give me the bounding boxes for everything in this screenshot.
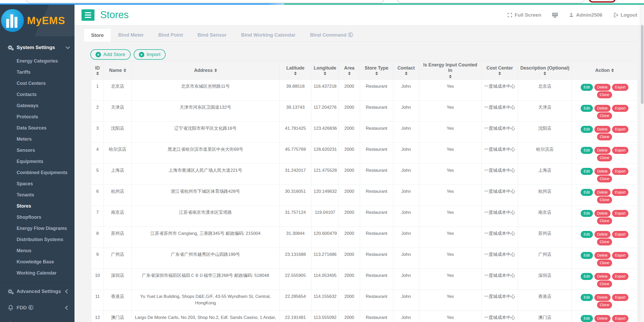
delete-button[interactable]: Delete (594, 273, 611, 280)
edit-button[interactable]: Edit (581, 294, 593, 301)
sort-icon[interactable] (294, 72, 297, 75)
column-header-id[interactable]: ID (91, 61, 104, 80)
export-button[interactable]: Export (612, 168, 628, 175)
column-header-cost-center[interactable]: Cost Center (482, 61, 518, 80)
edit-button[interactable]: Edit (581, 147, 593, 154)
clone-button[interactable]: Clone (597, 112, 612, 119)
sidebar-item-data-sources[interactable]: Data Sources (0, 122, 74, 134)
sidebar-item-tenants[interactable]: Tenants (0, 189, 74, 201)
edit-button[interactable]: Edit (581, 168, 593, 175)
tab-bind-command[interactable]: Bind CommandⒺ (303, 28, 360, 41)
delete-button[interactable]: Delete (594, 252, 611, 259)
tab-store[interactable]: Store (84, 28, 111, 42)
delete-button[interactable]: Delete (594, 126, 611, 133)
sort-icon[interactable] (124, 68, 126, 72)
column-header-latitude[interactable]: Latitude (280, 61, 311, 80)
sort-icon[interactable] (96, 72, 99, 75)
clone-button[interactable]: Clone (597, 91, 612, 98)
sidebar-toggle-button[interactable] (82, 9, 94, 21)
sidebar-item-advanced-settings[interactable]: Advanced Settings (0, 283, 74, 299)
export-button[interactable]: Export (612, 252, 628, 259)
sidebar-item-menus[interactable]: Menus (0, 245, 74, 256)
sidebar-item-contacts[interactable]: Contacts (0, 89, 74, 100)
clone-button[interactable]: Clone (597, 154, 612, 161)
tab-bind-working-calendar[interactable]: Bind Working Calendar (234, 28, 303, 41)
column-header-longitude[interactable]: Longitude (311, 61, 339, 80)
export-button[interactable]: Export (612, 273, 628, 280)
sidebar-item-cost-centers[interactable]: Cost Centers (0, 78, 74, 89)
sidebar-item-equipments[interactable]: Equipments (0, 156, 74, 167)
export-button[interactable]: Export (612, 315, 628, 322)
brand[interactable]: MyEMS (0, 5, 74, 36)
sort-icon[interactable] (375, 72, 378, 75)
edit-button[interactable]: Edit (581, 84, 593, 91)
edit-button[interactable]: Edit (581, 189, 593, 196)
column-header-name[interactable]: Name (104, 61, 132, 80)
edit-button[interactable]: Edit (581, 105, 593, 112)
sort-icon[interactable] (498, 72, 501, 75)
export-button[interactable]: Export (612, 189, 628, 196)
export-button[interactable]: Export (612, 294, 628, 301)
sidebar-item-protocols[interactable]: Protocols (0, 111, 74, 122)
edit-button[interactable]: Edit (581, 231, 593, 238)
export-button[interactable]: Export (612, 105, 628, 112)
delete-button[interactable]: Delete (594, 168, 611, 175)
sort-icon[interactable] (324, 72, 326, 75)
delete-button[interactable]: Delete (594, 105, 611, 112)
scrollbar-thumb[interactable] (641, 25, 643, 104)
delete-button[interactable]: Delete (594, 294, 611, 301)
sidebar-item-energy-flow-diagrams[interactable]: Energy Flow Diagrams (0, 223, 74, 234)
export-button[interactable]: Export (612, 126, 628, 133)
clone-button[interactable]: Clone (597, 238, 612, 245)
sort-icon[interactable] (449, 75, 452, 78)
sidebar-item-sensors[interactable]: Sensors (0, 145, 74, 156)
sort-icon[interactable] (611, 68, 614, 72)
sort-icon[interactable] (405, 72, 408, 75)
user-menu[interactable]: Admin2506 (569, 12, 602, 18)
delete-button[interactable]: Delete (594, 84, 611, 91)
clone-button[interactable]: Clone (597, 259, 612, 266)
export-button[interactable]: Export (612, 210, 628, 217)
sidebar-item-fdd[interactable]: FDDⒺ (0, 299, 74, 316)
sidebar-item-spaces[interactable]: Spaces (0, 178, 74, 189)
clone-button[interactable]: Clone (597, 196, 612, 203)
delete-button[interactable]: Delete (594, 210, 611, 217)
sort-icon[interactable] (544, 72, 546, 75)
export-button[interactable]: Export (612, 147, 628, 154)
sidebar-item-energy-categories[interactable]: Energy Categories (0, 56, 74, 67)
column-header-area[interactable]: Area (339, 61, 360, 80)
clone-button[interactable]: Clone (597, 302, 612, 309)
sidebar-item-users-privileges[interactable]: Users & Privileges (0, 316, 74, 322)
delete-button[interactable]: Delete (594, 315, 611, 322)
edit-button[interactable]: Edit (581, 126, 593, 133)
sidebar-item-combined-equipments[interactable]: Combined Equipments (0, 167, 74, 178)
edit-button[interactable]: Edit (581, 210, 593, 217)
export-button[interactable]: Export (612, 84, 628, 91)
column-header-description-optional[interactable]: Description (Optional) (518, 61, 572, 80)
export-button[interactable]: Export (612, 231, 628, 238)
tab-bind-point[interactable]: Bind Point (151, 28, 190, 41)
delete-button[interactable]: Delete (594, 189, 611, 196)
sidebar-item-knowledge-base[interactable]: Knowledge Base (0, 256, 74, 268)
sidebar-item-shopfloors[interactable]: Shopfloors (0, 212, 74, 223)
clone-button[interactable]: Clone (597, 280, 612, 287)
sidebar-item-system-settings[interactable]: System Settings (0, 41, 74, 54)
column-header-is-energy-input-counted-in[interactable]: Is Energy Input Counted In (419, 61, 482, 80)
sidebar-item-working-calendar[interactable]: Working Calendar (0, 268, 74, 279)
sidebar-item-gateways[interactable]: Gateways (0, 100, 74, 111)
sort-icon[interactable] (214, 68, 217, 72)
column-header-contact[interactable]: Contact (393, 61, 419, 80)
column-header-address[interactable]: Address (132, 61, 280, 80)
add-store-button[interactable]: + Add Store (90, 49, 131, 60)
edit-button[interactable]: Edit (581, 273, 593, 280)
clone-button[interactable]: Clone (597, 133, 612, 140)
sidebar-item-meters[interactable]: Meters (0, 134, 74, 145)
display-settings-button[interactable] (552, 12, 558, 18)
sidebar-item-tariffs[interactable]: Tariffs (0, 67, 74, 78)
tab-bind-sensor[interactable]: Bind Sensor (190, 28, 234, 41)
tab-bind-meter[interactable]: Bind Meter (111, 28, 151, 41)
clone-button[interactable]: Clone (597, 175, 612, 182)
column-header-store-type[interactable]: Store Type (360, 61, 393, 80)
column-header-action[interactable]: Action (572, 61, 638, 80)
clone-button[interactable]: Clone (597, 217, 612, 224)
